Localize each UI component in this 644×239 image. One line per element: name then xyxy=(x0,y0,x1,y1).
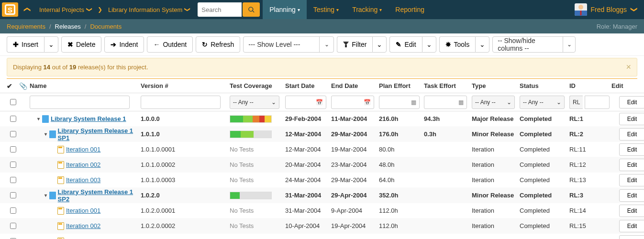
row-checkbox[interactable] xyxy=(9,207,18,214)
col-start[interactable]: Start Date xyxy=(285,82,331,89)
delete-button[interactable]: Delete xyxy=(61,36,101,53)
coverage-cell xyxy=(230,192,285,199)
col-type[interactable]: Type xyxy=(472,82,520,89)
user-menu[interactable]: Fred Bloggs ❯ xyxy=(568,0,644,19)
col-version[interactable]: Version # xyxy=(141,82,230,89)
release-link[interactable]: Library System Release 1 xyxy=(51,115,126,122)
coverage-cell xyxy=(230,115,285,123)
expand-toggle[interactable]: ▾ xyxy=(44,131,47,137)
filter-start-date[interactable]: 📅 xyxy=(285,96,326,109)
col-id[interactable]: ID xyxy=(569,82,611,89)
row-edit-button[interactable]: Edit xyxy=(619,220,644,232)
select-all-checkbox[interactable]: ✔ xyxy=(7,82,19,90)
release-link[interactable]: Iteration 001 xyxy=(66,146,100,153)
menu-planning[interactable]: Planning▾ xyxy=(263,0,307,19)
row-checkbox[interactable] xyxy=(9,223,18,229)
filter-end-date[interactable]: 📅 xyxy=(331,96,374,109)
row-checkbox[interactable] xyxy=(9,162,18,168)
no-tests-label: No Tests xyxy=(230,207,254,214)
close-icon[interactable]: × xyxy=(626,62,631,72)
filter-edit-button[interactable]: Edit xyxy=(619,96,644,109)
filter-name-input[interactable] xyxy=(30,96,130,109)
type-cell: Iteration xyxy=(472,176,520,184)
filter-type-select[interactable]: -- Any --⌄ xyxy=(472,96,515,109)
edit-button[interactable]: Edit xyxy=(389,36,422,53)
filter-version-input[interactable] xyxy=(141,96,221,109)
end-date: 9-Apr-2004 xyxy=(331,207,379,214)
menu-testing[interactable]: Testing▾ xyxy=(307,0,345,19)
app-logo[interactable]: S xyxy=(2,2,18,17)
breadcrumb-releases[interactable]: Releases xyxy=(55,23,81,30)
filter-plan-effort[interactable]: ▦ xyxy=(379,96,420,109)
chevron-down-icon: ❯ xyxy=(86,7,93,12)
workspace-chevron-icon[interactable]: ❮ xyxy=(18,2,37,17)
end-date: 11-Mar-2004 xyxy=(331,115,379,122)
name-cell: ▾Library System Release 1 SP1 xyxy=(30,127,141,141)
menu-tracking[interactable]: Tracking▾ xyxy=(345,0,389,19)
row-checkbox[interactable] xyxy=(9,146,18,152)
filter-status-select[interactable]: -- Any --⌄ xyxy=(520,96,565,109)
project-dropdown[interactable]: Library Information System ❯ xyxy=(104,0,194,19)
release-link[interactable]: Iteration 002 xyxy=(66,222,100,229)
indent-button[interactable]: Indent xyxy=(104,36,144,53)
name-cell: ▾Library System Release 1 xyxy=(30,115,141,123)
name-cell: Iteration 002 xyxy=(30,161,141,169)
plan-effort: 80.0h xyxy=(379,146,424,153)
release-icon xyxy=(49,192,56,199)
row-edit-button[interactable]: Edit xyxy=(619,174,644,186)
attachments-icon[interactable]: 📎 xyxy=(19,82,30,90)
status-cell: Completed xyxy=(520,130,569,138)
col-end[interactable]: End Date xyxy=(331,82,379,89)
row-checkbox[interactable] xyxy=(9,116,18,122)
col-plan[interactable]: Plan Effort xyxy=(379,82,424,89)
expand-toggle[interactable]: ▾ xyxy=(44,193,47,198)
workspace-dropdown[interactable]: Internal Projects ❯ xyxy=(35,0,96,19)
row-edit-button[interactable]: Edit xyxy=(619,159,644,171)
workspace-name: Internal Projects xyxy=(39,6,84,13)
plan-effort: 48.0h xyxy=(379,161,424,168)
row-checkbox[interactable] xyxy=(9,192,18,198)
release-link[interactable]: Library System Release 1 SP1 xyxy=(58,127,141,141)
filter-coverage-select[interactable]: -- Any --⌄ xyxy=(230,96,279,109)
col-task[interactable]: Task Effort xyxy=(424,82,472,89)
filter-button[interactable]: Filter xyxy=(337,36,372,53)
row-edit-button[interactable]: Edit xyxy=(619,205,644,217)
col-status[interactable]: Status xyxy=(520,82,569,89)
status-cell: Completed xyxy=(520,115,569,122)
tools-button[interactable]: Tools xyxy=(439,36,476,53)
row-edit-button[interactable]: Edit xyxy=(619,235,644,239)
filter-checkbox[interactable] xyxy=(9,99,18,105)
show-hide-columns-select[interactable]: -- Show/hide columns --⌄ xyxy=(492,36,576,53)
table-row: Iteration 0031.0.2.0.0003No Tests20-Apr-… xyxy=(0,234,644,239)
row-edit-button[interactable]: Edit xyxy=(619,113,644,125)
expand-toggle[interactable]: ▾ xyxy=(36,116,40,121)
release-link[interactable]: Iteration 001 xyxy=(66,207,100,214)
row-checkbox[interactable] xyxy=(9,131,18,137)
refresh-button[interactable]: Refresh xyxy=(196,36,240,53)
search-button[interactable] xyxy=(243,2,260,17)
filter-dropdown[interactable]: ⌄ xyxy=(372,36,387,53)
row-edit-button[interactable]: Edit xyxy=(619,189,644,202)
release-link[interactable]: Iteration 002 xyxy=(66,161,100,168)
menu-reporting[interactable]: Reporting xyxy=(389,0,431,19)
insert-dropdown[interactable]: ⌄ xyxy=(44,36,58,53)
main-menu: Planning▾Testing▾Tracking▾Reporting xyxy=(263,0,431,19)
start-date: 31-Mar-2004 xyxy=(285,207,331,214)
release-link[interactable]: Library System Release 1 SP2 xyxy=(58,188,141,203)
row-edit-button[interactable]: Edit xyxy=(619,128,644,141)
show-level-select[interactable]: --- Show Level ---⌄ xyxy=(243,36,334,53)
search-input[interactable] xyxy=(198,2,242,17)
row-checkbox[interactable] xyxy=(9,177,18,183)
row-edit-button[interactable]: Edit xyxy=(619,143,644,156)
col-coverage[interactable]: Test Coverage xyxy=(230,82,285,89)
edit-dropdown[interactable]: ⌄ xyxy=(422,36,436,53)
filter-task-effort[interactable]: ▦ xyxy=(424,96,467,109)
breadcrumb-documents[interactable]: Documents xyxy=(90,23,122,30)
filter-id-input[interactable]: RL xyxy=(569,96,611,109)
tools-dropdown[interactable]: ⌄ xyxy=(475,36,489,53)
release-link[interactable]: Iteration 003 xyxy=(66,176,100,184)
breadcrumb-requirements[interactable]: Requirements xyxy=(7,23,45,30)
col-name[interactable]: Name xyxy=(30,82,141,89)
outdent-button[interactable]: Outdent xyxy=(147,36,193,53)
insert-button[interactable]: Insert xyxy=(7,36,44,53)
